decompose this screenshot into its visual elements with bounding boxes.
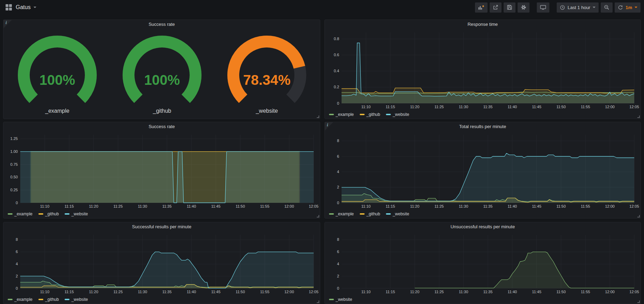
time-range-picker[interactable]: Last 1 hour [557,2,599,13]
legend-item-github[interactable]: _github [38,297,59,302]
legend-label: _github [45,297,59,302]
legend-item-github[interactable]: _github [360,212,380,216]
dashboard-title-text: Gatus [16,4,31,10]
successful-results-chart[interactable]: 0246811:1011:1511:2011:2511:3011:3511:40… [5,231,319,295]
success-rate-chart[interactable]: 00.250.500.751.001.2511:1011:1511:2011:2… [5,131,319,210]
gauge-arc: 78.34% [214,29,319,108]
svg-text:2: 2 [337,185,339,189]
legend-item-website[interactable]: _website [386,112,409,117]
svg-text:0: 0 [16,286,18,290]
legend-item-example[interactable]: _example [329,212,354,216]
save-button[interactable] [504,2,515,13]
svg-text:11:15: 11:15 [65,204,74,208]
refresh-button[interactable]: 1m [615,2,641,13]
svg-text:11:10: 11:10 [361,290,371,294]
svg-text:11:25: 11:25 [434,290,444,294]
legend-label: _example [14,297,32,302]
panel-resize-handle[interactable] [317,215,319,217]
legend-swatch [38,299,43,300]
legend-item-website[interactable]: _website [65,212,88,216]
svg-text:11:55: 11:55 [260,204,270,208]
info-icon[interactable]: i [6,20,7,25]
legend-label: _website [71,212,88,216]
legend-label: _github [366,212,380,216]
svg-text:11:55: 11:55 [260,290,270,294]
svg-text:0.8: 0.8 [334,37,339,41]
legend-swatch [360,213,365,215]
legend-label: _example [336,112,354,117]
legend-label: _website [393,212,409,216]
legend-item-website[interactable]: _website [329,297,352,302]
gear-icon [521,5,526,10]
total-results-chart[interactable]: 0246811:1011:1511:2011:2511:3011:3511:40… [326,131,639,210]
svg-text:11:45: 11:45 [532,105,541,109]
svg-text:2: 2 [337,274,339,278]
gauge-arc: 100% [5,29,110,108]
svg-text:4: 4 [16,262,18,266]
legend-label: _github [366,112,380,117]
svg-text:11:20: 11:20 [410,290,419,294]
legend-item-example[interactable]: _example [8,212,32,216]
settings-button[interactable] [518,2,529,13]
svg-text:11:40: 11:40 [507,204,517,208]
legend-label: _website [71,297,88,302]
legend-item-example[interactable]: _example [329,112,354,117]
svg-text:11:50: 11:50 [556,105,566,109]
share-button[interactable] [490,2,502,13]
chart-legend: _example_github_website [8,211,88,217]
panel-title[interactable]: Successful results per minute [3,222,320,231]
svg-text:12:05: 12:05 [629,204,639,208]
svg-text:11:45: 11:45 [211,204,221,208]
legend-swatch [8,299,13,300]
panel-resize-handle[interactable] [317,301,319,303]
panel-resize-handle[interactable] [637,215,640,217]
gauge-example: 100% _example [5,29,110,117]
svg-text:11:25: 11:25 [434,105,444,109]
svg-text:11:30: 11:30 [459,105,468,109]
svg-text:1.00: 1.00 [10,149,18,154]
legend-item-github[interactable]: _github [360,112,380,117]
panel-resize-handle[interactable] [637,301,640,303]
refresh-interval-label: 1m [625,5,632,10]
panel-title[interactable]: Success rate [3,122,320,131]
svg-text:11:50: 11:50 [556,204,566,208]
legend-item-github[interactable]: _github [38,212,59,216]
panel-resize-handle[interactable] [317,116,319,118]
legend-item-website[interactable]: _website [386,212,409,216]
svg-text:11:30: 11:30 [459,290,468,294]
panel-success-rate-gauges: i Success rate 100% _example 100% _githu… [3,20,320,119]
gauge-label: _example [45,108,69,114]
panel-info-corner[interactable] [3,20,12,28]
cycle-view-button[interactable] [537,2,549,13]
panel-title[interactable]: Success rate [3,20,320,29]
panel-resize-handle[interactable] [637,116,640,118]
dashboard-title[interactable]: Gatus [16,4,36,10]
svg-text:12:00: 12:00 [605,204,615,208]
legend-label: _website [336,297,352,302]
panel-title[interactable]: Unsuccessful results per minute [325,222,641,231]
svg-text:11:40: 11:40 [507,290,517,294]
svg-text:11:35: 11:35 [162,290,172,294]
unsuccessful-results-chart[interactable]: 0246811:1011:1511:2011:2511:3011:3511:40… [326,231,639,295]
svg-text:11:35: 11:35 [483,290,493,294]
panel-info-corner[interactable] [325,122,333,131]
svg-text:6: 6 [337,250,339,254]
panel-title[interactable]: Response time [325,20,641,29]
zoom-out-button[interactable] [601,2,613,13]
svg-text:11:45: 11:45 [532,290,541,294]
info-icon[interactable]: i [327,123,328,128]
dashboards-grid-icon[interactable] [6,4,12,10]
panel-title[interactable]: Total results per minute [325,122,641,131]
tv-icon [540,5,546,10]
add-panel-button[interactable] [475,2,488,13]
svg-text:0.50: 0.50 [10,175,18,179]
legend-item-website[interactable]: _website [65,297,88,302]
panel-unsuccessful-results: Unsuccessful results per minute 0246811:… [324,222,641,304]
legend-item-example[interactable]: _example [8,297,32,302]
svg-text:11:35: 11:35 [483,204,493,208]
chart-body: 0246811:1011:1511:2011:2511:3011:3511:40… [326,231,639,295]
svg-text:11:30: 11:30 [138,290,147,294]
legend-swatch [329,299,334,300]
response-time-chart[interactable]: 00.20.40.60.811:1011:1511:2011:2511:3011… [326,29,639,110]
svg-text:11:50: 11:50 [556,290,566,294]
